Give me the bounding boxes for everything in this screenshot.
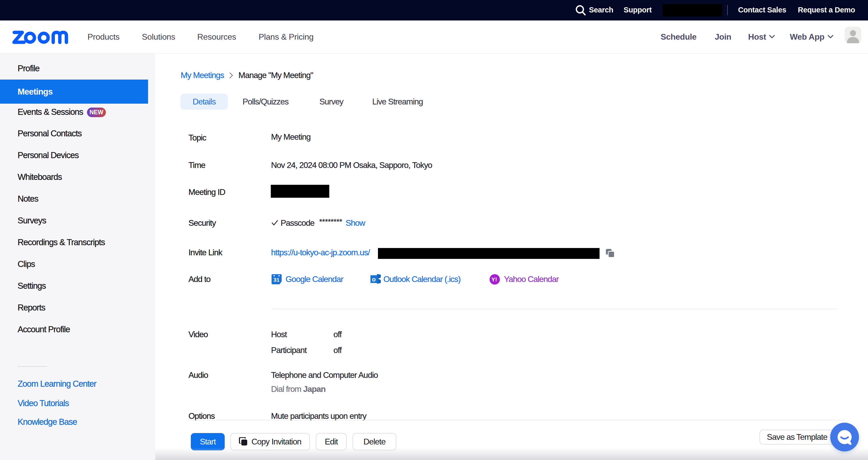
svg-text:31: 31 <box>273 277 280 283</box>
svg-text:o: o <box>372 276 376 283</box>
svg-text:Y!: Y! <box>491 276 497 283</box>
